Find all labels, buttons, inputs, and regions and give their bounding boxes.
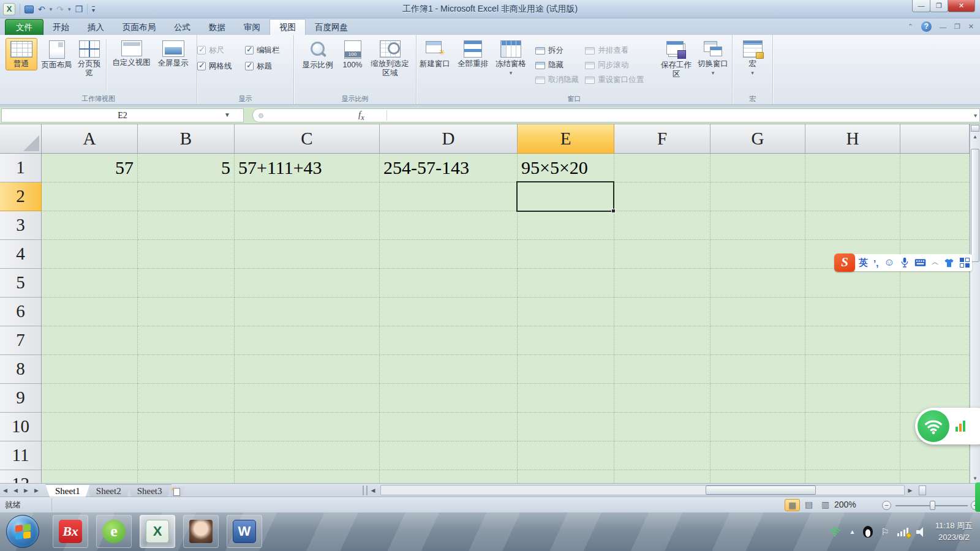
cell-G12[interactable] [710, 470, 805, 483]
view-side-by-side-button[interactable]: 并排查看 [585, 45, 658, 56]
cell-D8[interactable] [380, 355, 518, 384]
cell-B10[interactable] [138, 413, 235, 441]
cell-G1[interactable] [710, 154, 805, 182]
expand-formula-bar-icon[interactable]: ▾ [974, 112, 977, 119]
cell-D9[interactable] [380, 384, 518, 413]
cell-I11[interactable] [900, 441, 970, 470]
collapse-ribbon-icon[interactable]: ⌃ [908, 23, 913, 31]
cell-C7[interactable] [235, 326, 380, 355]
tab-page-layout[interactable]: 页面布局 [113, 20, 165, 35]
cell-E8[interactable] [518, 355, 614, 384]
cell-A7[interactable] [42, 326, 138, 355]
close-button[interactable]: ✕ [948, 0, 975, 12]
help-icon[interactable]: ? [921, 21, 932, 32]
column-header-C[interactable]: C [235, 124, 380, 154]
zoom-100-button[interactable]: 100% [339, 38, 367, 71]
cell-A12[interactable] [42, 470, 138, 483]
save-workspace-button[interactable]: 保存工作区 [660, 38, 693, 80]
taskbar-app-qq[interactable] [183, 515, 219, 548]
workbook-close-icon[interactable]: ✕ [968, 23, 974, 31]
cell-C6[interactable] [235, 298, 380, 326]
cell-B8[interactable] [138, 355, 235, 384]
row-header-1[interactable]: 1 [0, 154, 42, 182]
formula-input[interactable]: fx [252, 108, 980, 122]
arrange-all-button[interactable]: 全部重排 [454, 38, 491, 70]
taskbar-app-word[interactable]: W [227, 515, 262, 548]
cell-H12[interactable] [805, 470, 900, 483]
vertical-scroll-thumb[interactable] [971, 149, 979, 262]
skin-shirt-icon[interactable] [944, 258, 954, 268]
cell-C12[interactable] [235, 470, 380, 483]
edge-widget-handle[interactable] [975, 482, 980, 512]
cell-H5[interactable] [805, 269, 900, 298]
cell-A6[interactable] [42, 298, 138, 326]
page-layout-view-button[interactable]: 页面布局 [39, 38, 75, 71]
cell-D6[interactable] [380, 298, 518, 326]
custom-views-button[interactable]: 自定义视图 [110, 38, 153, 69]
horizontal-scroll-thumb[interactable] [706, 485, 816, 495]
cell-H9[interactable] [805, 384, 900, 413]
insert-function-icon[interactable]: fx [358, 110, 364, 122]
sogou-logo-icon[interactable]: S [834, 253, 855, 272]
network-signal-icon[interactable] [897, 528, 908, 536]
cell-I2[interactable] [900, 182, 970, 211]
emoji-icon[interactable]: ☺ [884, 257, 894, 269]
column-header-H[interactable]: H [805, 124, 900, 154]
tab-data[interactable]: 数据 [200, 20, 235, 35]
tab-view[interactable]: 视图 [270, 19, 306, 35]
prev-sheet-icon[interactable]: ◀ [10, 487, 21, 493]
cell-C1[interactable]: 57+111+43 [235, 154, 380, 182]
cell-G10[interactable] [710, 413, 805, 441]
formula-bar-grip[interactable] [258, 113, 263, 118]
taskbar-app-browser[interactable]: e [96, 515, 132, 548]
cell-D2[interactable] [380, 182, 518, 211]
cell-C10[interactable] [235, 413, 380, 441]
cell-D12[interactable] [380, 470, 518, 483]
cell-H6[interactable] [805, 298, 900, 326]
cell-E4[interactable] [518, 240, 614, 269]
cell-D10[interactable] [380, 413, 518, 441]
taskbar-app-bx[interactable]: Bx [53, 515, 88, 548]
tab-insert[interactable]: 插入 [78, 20, 113, 35]
row-header-8[interactable]: 8 [0, 355, 42, 384]
cell-H7[interactable] [805, 326, 900, 355]
select-all-corner[interactable] [0, 124, 42, 154]
scroll-right-icon[interactable]: ▶ [905, 487, 915, 493]
cell-B6[interactable] [138, 298, 235, 326]
unhide-button[interactable]: 取消隐藏 [535, 75, 581, 85]
selection-box-E2[interactable] [516, 181, 614, 212]
row-header-2[interactable]: 2 [0, 182, 42, 211]
zoom-to-selection-button[interactable]: 缩放到选定区域 [369, 38, 411, 79]
tab-review[interactable]: 审阅 [235, 20, 270, 35]
cell-F11[interactable] [614, 441, 710, 470]
sheet-tab-sheet2[interactable]: Sheet2 [86, 484, 131, 497]
status-normal-view-button[interactable]: ▦ [785, 499, 800, 511]
scroll-left-icon[interactable]: ◀ [368, 487, 378, 493]
row-header-11[interactable]: 11 [0, 441, 42, 470]
next-sheet-icon[interactable]: ▶ [21, 487, 31, 493]
volume-icon[interactable] [916, 527, 927, 537]
cell-I12[interactable] [900, 470, 970, 483]
gridlines-checkbox[interactable]: 网格线 [197, 61, 245, 72]
toolbox-icon[interactable] [960, 258, 970, 268]
scroll-down-icon[interactable]: ▼ [970, 476, 980, 481]
cell-A5[interactable] [42, 269, 138, 298]
punctuation-toggle[interactable]: ’, [873, 258, 878, 268]
hidden-icons-arrow[interactable]: ▲ [849, 528, 855, 535]
cell-F8[interactable] [614, 355, 710, 384]
sheet-tab-sheet3[interactable]: Sheet3 [127, 484, 172, 497]
cell-F3[interactable] [614, 211, 710, 240]
tab-file[interactable]: 文件 [5, 19, 43, 35]
ruler-checkbox[interactable]: 标尺 [197, 45, 245, 56]
row-header-4[interactable]: 4 [0, 240, 42, 269]
cell-C3[interactable] [235, 211, 380, 240]
cell-I3[interactable] [900, 211, 970, 240]
reset-window-position-button[interactable]: 重设窗口位置 [585, 75, 658, 85]
cell-G4[interactable] [710, 240, 805, 269]
cell-H2[interactable] [805, 182, 900, 211]
row-header-12[interactable]: 12 [0, 470, 42, 483]
name-box-dropdown-icon[interactable]: ▼ [224, 111, 230, 118]
action-center-flag-icon[interactable]: ⚐ [881, 527, 889, 538]
cell-C11[interactable] [235, 441, 380, 470]
cell-A8[interactable] [42, 355, 138, 384]
